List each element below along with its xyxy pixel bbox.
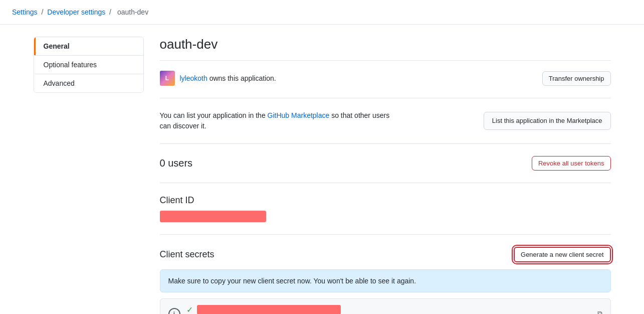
breadcrumb-sep2: / xyxy=(109,8,111,16)
owner-section: L lyleokoth owns this application. Trans… xyxy=(160,71,611,98)
breadcrumb-settings[interactable]: Settings xyxy=(12,8,38,16)
secret-actions: ⧉ xyxy=(597,309,602,314)
secret-row: i ✓ XXXXXXXXXXXXXXXXXXXXXXXXXXXX Added 2… xyxy=(160,298,611,314)
breadcrumb: Settings / Developer settings / oauth-de… xyxy=(0,0,644,25)
sidebar-item-general[interactable]: General xyxy=(34,37,143,55)
sidebar-item-optional-features[interactable]: Optional features xyxy=(34,55,143,74)
sidebar-item-advanced[interactable]: Advanced xyxy=(34,74,143,92)
transfer-ownership-button[interactable]: Transfer ownership xyxy=(542,71,611,86)
revoke-tokens-button[interactable]: Revoke all user tokens xyxy=(532,156,611,171)
secret-icon: i xyxy=(168,308,180,315)
client-secrets-header: Client secrets Generate a new client sec… xyxy=(160,247,611,262)
client-secrets-section: Client secrets Generate a new client sec… xyxy=(160,247,611,314)
main-content: oauth-dev L lyleokoth owns this applicat… xyxy=(160,37,611,314)
users-count: 0 users xyxy=(160,158,193,169)
github-marketplace-link[interactable]: GitHub Marketplace xyxy=(268,111,330,119)
owner-username-link[interactable]: lyleokoth xyxy=(180,74,207,82)
list-marketplace-button[interactable]: List this application in the Marketplace xyxy=(484,112,611,130)
generate-secret-button[interactable]: Generate a new client secret xyxy=(514,247,610,262)
breadcrumb-developer-settings[interactable]: Developer settings xyxy=(47,8,105,16)
client-id-value: XXXXXXXXXXXXXXXXXXXX xyxy=(160,211,267,222)
secret-info: ✓ XXXXXXXXXXXXXXXXXXXXXXXXXXXX Added 2 h… xyxy=(186,305,591,314)
client-secret-notice: Make sure to copy your new client secret… xyxy=(160,269,611,292)
sidebar-nav: General Optional features Advanced xyxy=(34,37,144,93)
app-title: oauth-dev xyxy=(160,37,611,61)
client-id-section: Client ID XXXXXXXXXXXXXXXXXXXX xyxy=(160,195,611,235)
sidebar: General Optional features Advanced xyxy=(34,37,144,314)
owns-text: owns this application. xyxy=(209,74,276,82)
client-secrets-title: Client secrets xyxy=(160,249,214,260)
users-section: 0 users Revoke all user tokens xyxy=(160,156,611,183)
breadcrumb-sep1: / xyxy=(41,8,43,16)
owner-info: L lyleokoth owns this application. xyxy=(160,71,276,86)
secret-value: XXXXXXXXXXXXXXXXXXXXXXXXXXXX xyxy=(197,305,341,314)
copy-icon[interactable]: ⧉ xyxy=(597,309,602,314)
marketplace-text-before: You can list your application in the xyxy=(160,111,266,119)
marketplace-section: You can list your application in the Git… xyxy=(160,110,611,144)
avatar: L xyxy=(160,71,175,86)
marketplace-text: You can list your application in the Git… xyxy=(160,110,400,131)
breadcrumb-current: oauth-dev xyxy=(117,8,148,16)
client-id-title: Client ID xyxy=(160,195,611,206)
owner-text: lyleokoth owns this application. xyxy=(180,74,276,82)
check-icon: ✓ xyxy=(186,305,193,314)
users-label: users xyxy=(168,158,192,169)
